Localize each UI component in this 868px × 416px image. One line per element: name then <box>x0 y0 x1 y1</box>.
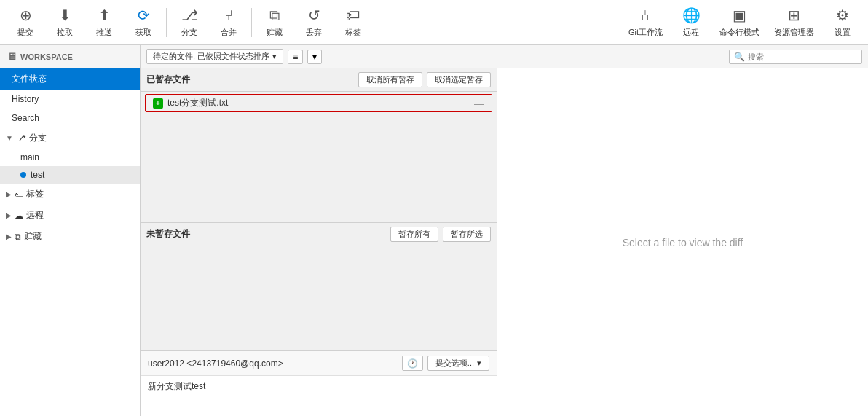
toolbar-explorer[interactable]: ⊞ 资源管理器 <box>768 4 820 41</box>
commit-options-chevron: ▾ <box>477 358 481 368</box>
toolbar-remote[interactable]: 🌐 远程 <box>671 4 711 41</box>
workspace-header: 🖥 WORKSPACE <box>0 45 140 68</box>
chevron-right-icon-2: ▶ <box>6 211 12 219</box>
toolbar-tag[interactable]: 🏷 标签 <box>334 4 373 41</box>
toolbar-settings[interactable]: ⚙ 设置 <box>823 4 862 41</box>
toolbar-discard[interactable]: ↺ 丢弃 <box>294 4 334 41</box>
toolbar-commit-label: 提交 <box>17 27 33 38</box>
content-toolbar: 待定的文件, 已依照文件状态排序 ▾ ≡ ▾ 🔍 <box>141 45 868 68</box>
toolbar-pull[interactable]: ⬇ 拉取 <box>45 4 84 41</box>
more-options-btn[interactable]: ▾ <box>307 50 322 64</box>
commit-header: user2012 <2413719460@qq.com> 🕐 提交选项... ▾ <box>141 351 497 376</box>
chevron-right-icon: ▶ <box>6 190 12 198</box>
tag-icon: 🏷 <box>346 7 360 24</box>
gitflow-icon: ⑃ <box>641 7 650 24</box>
main-toolbar: ⊕ 提交 ⬇ 拉取 ⬆ 推送 ⟳ 获取 ⎇ 分支 ⑂ 合并 ⧉ 贮藏 ↺ 丢弃 … <box>0 0 868 45</box>
toolbar-separator-1 <box>166 8 167 37</box>
sidebar-item-history[interactable]: History <box>0 90 140 109</box>
test-branch-label: test <box>31 170 44 180</box>
commit-options-btn[interactable]: 提交选项... ▾ <box>427 356 489 371</box>
toolbar-push-label: 推送 <box>96 27 112 38</box>
search-right: 🔍 <box>729 50 862 64</box>
diff-view-panel: Select a file to view the diff <box>497 68 868 416</box>
toolbar-discard-label: 丢弃 <box>306 27 322 38</box>
sidebar-item-file-status[interactable]: 文件状态 <box>0 68 140 90</box>
workspace-label: WORKSPACE <box>20 52 73 61</box>
sidebar-section-branches[interactable]: ▼ ⎇ 分支 <box>0 127 140 149</box>
diff-placeholder-text: Select a file to view the diff <box>623 237 743 248</box>
search-box: 🔍 <box>729 50 862 64</box>
toolbar-gitflow[interactable]: ⑃ Git工作流 <box>623 4 668 41</box>
push-icon: ⬆ <box>98 7 111 24</box>
file-add-icon: + <box>153 98 163 109</box>
clock-icon: 🕐 <box>407 358 418 369</box>
toolbar-stash[interactable]: ⧉ 贮藏 <box>255 4 294 41</box>
toolbar-branch-label: 分支 <box>181 27 197 38</box>
left-panel: 已暂存文件 取消所有暂存 取消选定暂存 + test分支测试.txt — <box>141 68 497 416</box>
toolbar-push[interactable]: ⬆ 推送 <box>84 4 124 41</box>
settings-icon: ⚙ <box>836 7 849 24</box>
stash-all-btn[interactable]: 暂存所有 <box>390 227 438 242</box>
unstashed-section-title: 未暂存文件 <box>146 228 386 240</box>
cancel-selected-stash-btn[interactable]: 取消选定暂存 <box>427 72 491 87</box>
stash-selected-btn[interactable]: 暂存所选 <box>443 227 491 242</box>
cancel-all-stash-btn[interactable]: 取消所有暂存 <box>358 72 422 87</box>
view-options-btn[interactable]: ≡ <box>288 50 303 64</box>
fetch-icon: ⟳ <box>138 7 150 24</box>
toolbar-remote-label: 远程 <box>683 27 699 38</box>
bottom-actions: 🕐 提交选项... ▾ <box>402 356 489 371</box>
commit-message: 新分支测试test <box>141 376 497 416</box>
stashed-file-list: + test分支测试.txt — <box>141 92 497 222</box>
monitor-icon: 🖥 <box>7 51 17 62</box>
branch-section-icon: ⎇ <box>16 133 26 144</box>
sidebar-section-stash[interactable]: ▶ ⧉ 贮藏 <box>0 226 140 247</box>
stashed-section-title: 已暂存文件 <box>146 74 354 86</box>
unstashed-file-list <box>141 246 497 350</box>
toolbar-explorer-label: 资源管理器 <box>774 27 814 38</box>
commit-options-label: 提交选项... <box>435 358 474 369</box>
toolbar-tag-label: 标签 <box>345 27 361 38</box>
stashed-file-item[interactable]: + test分支测试.txt — <box>145 94 492 112</box>
pull-icon: ⬇ <box>59 7 71 24</box>
clock-icon-btn[interactable]: 🕐 <box>402 356 423 371</box>
user-info: user2012 <2413719460@qq.com> <box>148 358 402 369</box>
terminal-icon: ▣ <box>733 7 746 24</box>
stashed-file-name: test分支测试.txt <box>167 97 470 109</box>
toolbar-branch[interactable]: ⎇ 分支 <box>170 4 209 41</box>
unstashed-section-header: 未暂存文件 暂存所有 暂存所选 <box>141 223 497 246</box>
commit-icon: ⊕ <box>20 7 32 24</box>
sidebar-section-remote[interactable]: ▶ ☁ 远程 <box>0 205 140 226</box>
toolbar-pull-label: 拉取 <box>57 27 73 38</box>
sidebar-item-search[interactable]: Search <box>0 109 140 127</box>
stash-section-icon: ⧉ <box>15 232 21 242</box>
stashed-section-header: 已暂存文件 取消所有暂存 取消选定暂存 <box>141 68 497 92</box>
file-remove-btn[interactable]: — <box>474 98 484 109</box>
toolbar-merge[interactable]: ⑂ 合并 <box>209 4 248 41</box>
filter-dropdown[interactable]: 待定的文件, 已依照文件状态排序 ▾ <box>146 49 283 64</box>
search-input[interactable] <box>748 52 857 61</box>
list-icon: ≡ <box>293 52 298 62</box>
remote-label: 远程 <box>26 209 44 221</box>
sidebar: 🖥 WORKSPACE 文件状态 History Search ▼ ⎇ 分支 m… <box>0 45 141 416</box>
toolbar-fetch[interactable]: ⟳ 获取 <box>124 4 163 41</box>
chevron-icon: ▾ <box>312 52 317 62</box>
stashed-files-section: 已暂存文件 取消所有暂存 取消选定暂存 + test分支测试.txt — <box>141 68 497 223</box>
sidebar-item-file-status-label: 文件状态 <box>12 74 47 84</box>
remote-icon: 🌐 <box>682 7 701 24</box>
toolbar-merge-label: 合并 <box>221 27 237 38</box>
tags-label: 标签 <box>26 188 44 200</box>
toolbar-fetch-label: 获取 <box>135 27 151 38</box>
toolbar-terminal[interactable]: ▣ 命令行模式 <box>714 4 765 41</box>
sidebar-branch-test[interactable]: test <box>0 166 140 184</box>
sidebar-branch-main[interactable]: main <box>0 149 140 166</box>
active-branch-dot <box>20 172 26 178</box>
toolbar-separator-2 <box>251 8 252 37</box>
toolbar-commit[interactable]: ⊕ 提交 <box>6 4 45 41</box>
branches-label: 分支 <box>29 132 47 144</box>
unstashed-files-section: 未暂存文件 暂存所有 暂存所选 <box>141 223 497 350</box>
toolbar-right: ⑃ Git工作流 🌐 远程 ▣ 命令行模式 ⊞ 资源管理器 ⚙ 设置 <box>623 4 862 41</box>
search-icon: 🔍 <box>734 52 745 62</box>
sidebar-section-tags[interactable]: ▶ 🏷 标签 <box>0 184 140 205</box>
tag-section-icon: 🏷 <box>15 189 23 200</box>
main-layout: 🖥 WORKSPACE 文件状态 History Search ▼ ⎇ 分支 m… <box>0 45 868 416</box>
